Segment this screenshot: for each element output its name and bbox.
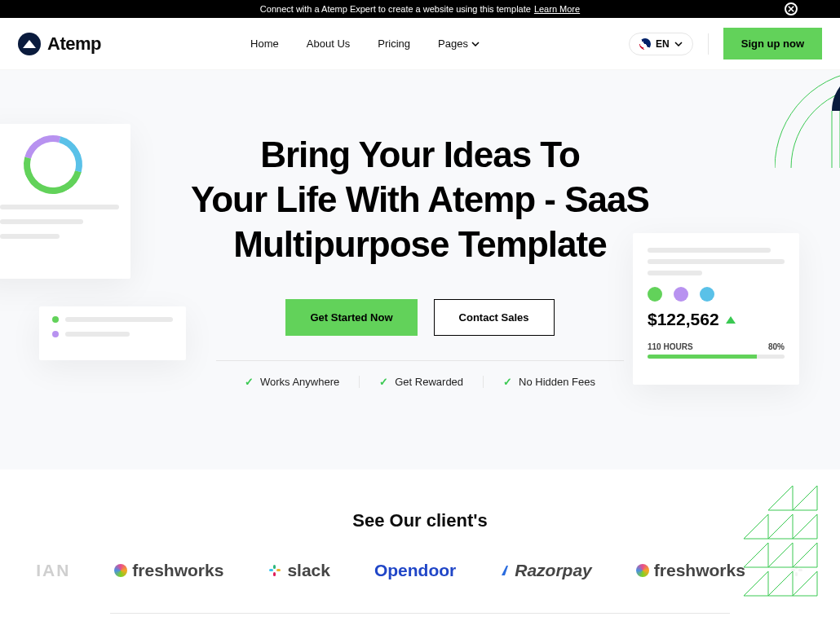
donut-chart-icon bbox=[13, 125, 93, 205]
deco-card-small bbox=[39, 306, 186, 360]
announcement-link[interactable]: Learn More bbox=[534, 4, 580, 14]
flag-icon bbox=[639, 38, 651, 50]
slack-icon bbox=[267, 563, 282, 578]
chevron-down-icon bbox=[674, 42, 683, 46]
check-icon: ✓ bbox=[503, 376, 512, 388]
client-logo-slack: slack bbox=[267, 561, 330, 580]
divider bbox=[708, 33, 709, 55]
site-header: Atemp Home About Us Pricing Pages EN Sig… bbox=[0, 18, 840, 70]
client-logo-partial: IAN bbox=[36, 561, 70, 580]
client-logo-freshworks: freshworks bbox=[114, 561, 223, 580]
stat-hours-label: 110 HOURS bbox=[648, 342, 693, 351]
client-logo-opendoor: Opendoor bbox=[374, 561, 456, 580]
razorpay-icon bbox=[500, 564, 510, 577]
hero-section: $122,562 110 HOURS 80% Bring Your Ideas … bbox=[0, 70, 840, 469]
freshworks-icon bbox=[114, 564, 127, 577]
hero-title-line1: Bring Your Ideas To bbox=[260, 134, 580, 174]
announcement-bar: Connect with a Atemp Expert to create a … bbox=[0, 0, 840, 18]
client-logo-razorpay: Razorpay bbox=[500, 561, 592, 580]
arc-decoration bbox=[775, 70, 840, 168]
triangle-decoration bbox=[744, 486, 825, 619]
chevron-down-icon bbox=[471, 42, 480, 46]
hero-title-line2: Your Life With Atemp - SaaS bbox=[191, 179, 649, 219]
close-icon[interactable] bbox=[785, 2, 798, 15]
stat-amount: $122,562 bbox=[648, 310, 719, 329]
brand-logo-icon bbox=[18, 33, 41, 55]
svg-rect-6 bbox=[269, 569, 273, 571]
clients-divider bbox=[110, 613, 730, 614]
hero-title-line3: Multipurpose Template bbox=[233, 224, 606, 264]
feature-label: No Hidden Fees bbox=[519, 376, 595, 388]
header-actions: EN Sign up now bbox=[629, 28, 822, 59]
check-icon: ✓ bbox=[379, 376, 388, 388]
language-selector[interactable]: EN bbox=[629, 33, 693, 55]
client-logo-row: IAN freshworks slack Opendoor Razorpay f… bbox=[0, 561, 840, 580]
get-started-button[interactable]: Get Started Now bbox=[285, 299, 417, 336]
nav-home[interactable]: Home bbox=[250, 37, 279, 50]
client-logo-freshworks-2: freshworks bbox=[636, 561, 745, 580]
language-code: EN bbox=[656, 38, 670, 50]
signup-button[interactable]: Sign up now bbox=[723, 28, 822, 59]
nav-pages[interactable]: Pages bbox=[438, 37, 480, 50]
nav-pricing[interactable]: Pricing bbox=[378, 37, 410, 50]
check-icon: ✓ bbox=[245, 376, 254, 388]
feature-no-hidden-fees: ✓ No Hidden Fees bbox=[484, 376, 615, 388]
stat-percent: 80% bbox=[768, 342, 785, 351]
svg-rect-7 bbox=[276, 569, 281, 571]
announcement-text: Connect with a Atemp Expert to create a … bbox=[260, 4, 531, 14]
clients-section: See Our client's IAN freshworks slack Op… bbox=[0, 469, 840, 630]
clients-heading: See Our client's bbox=[0, 510, 840, 531]
freshworks-icon bbox=[636, 564, 649, 577]
feature-label: Works Anywhere bbox=[260, 376, 339, 388]
nav-pages-label: Pages bbox=[438, 37, 468, 50]
progress-bar bbox=[648, 355, 785, 359]
brand-logo[interactable]: Atemp bbox=[18, 33, 101, 55]
brand-name: Atemp bbox=[47, 33, 101, 55]
deco-card-stats: $122,562 110 HOURS 80% bbox=[633, 233, 799, 385]
svg-rect-9 bbox=[273, 572, 276, 576]
feature-get-rewarded: ✓ Get Rewarded bbox=[360, 376, 484, 388]
trend-up-icon bbox=[726, 316, 736, 324]
feature-works-anywhere: ✓ Works Anywhere bbox=[225, 376, 360, 388]
svg-rect-8 bbox=[273, 565, 276, 569]
hero-divider bbox=[216, 360, 624, 361]
deco-card-donut bbox=[0, 124, 130, 279]
nav-about[interactable]: About Us bbox=[307, 37, 350, 50]
contact-sales-button[interactable]: Contact Sales bbox=[434, 299, 555, 336]
main-nav: Home About Us Pricing Pages bbox=[250, 37, 480, 50]
feature-label: Get Rewarded bbox=[395, 376, 463, 388]
